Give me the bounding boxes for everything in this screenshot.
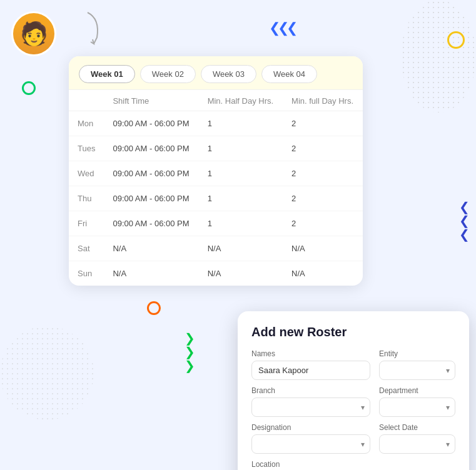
table-row: Sat N/A N/A N/A: [69, 236, 363, 261]
entity-select-wrapper: ▾: [379, 361, 455, 380]
add-roster-modal: Add new Roster Names Entity ▾ Branch: [238, 311, 469, 470]
col-header-shift: Shift Time: [104, 90, 198, 111]
bg-dots-top-right: [401, 0, 476, 112]
shift-cell: 09:00 AM - 06:00 PM: [104, 136, 198, 161]
department-field-group: Department ▾: [379, 386, 455, 417]
halfday-cell: N/A: [199, 261, 283, 286]
names-field-group: Names: [251, 349, 370, 380]
modal-title: Add new Roster: [251, 325, 455, 339]
green-chevrons-down: ❯❯❯: [185, 331, 195, 372]
select-date-wrapper: ▾: [379, 434, 455, 454]
yellow-circle-decoration: [447, 31, 465, 49]
shift-cell: N/A: [104, 261, 198, 286]
sketch-arrow: [50, 6, 106, 50]
shift-cell: 09:00 AM - 06:00 PM: [104, 111, 198, 136]
designation-select[interactable]: [251, 434, 370, 454]
schedule-table: Shift Time Min. Half Day Hrs. Min. full …: [69, 90, 363, 286]
day-cell: Wed: [69, 161, 104, 186]
week-tab-1[interactable]: Week 01: [79, 65, 135, 83]
week-tab-4[interactable]: Week 04: [261, 65, 317, 83]
day-cell: Sat: [69, 236, 104, 261]
fullday-cell: N/A: [283, 236, 363, 261]
day-cell: Tues: [69, 136, 104, 161]
halfday-cell: 1: [199, 136, 283, 161]
department-label: Department: [379, 386, 455, 395]
col-header-halfday: Min. Half Day Hrs.: [199, 90, 283, 111]
department-select[interactable]: [379, 398, 455, 417]
entity-field-group: Entity ▾: [379, 349, 455, 380]
halfday-cell: 1: [199, 211, 283, 236]
week-tabs: Week 01 Week 02 Week 03 Week 04: [69, 56, 363, 90]
names-input[interactable]: [251, 361, 370, 380]
fullday-cell: 2: [283, 136, 363, 161]
fullday-cell: 2: [283, 161, 363, 186]
col-header-day: [69, 90, 104, 111]
shift-cell: N/A: [104, 236, 198, 261]
col-header-fullday: Min. full Day Hrs.: [283, 90, 363, 111]
shift-cell: 09:00 AM - 06:00 PM: [104, 211, 198, 236]
location-field-group: Location ▾: [251, 460, 370, 470]
table-row: Thu 09:00 AM - 06:00 PM 1 2: [69, 186, 363, 211]
names-label: Names: [251, 349, 370, 358]
branch-select-wrapper: ▾: [251, 398, 370, 417]
location-label: Location: [251, 460, 370, 469]
fullday-cell: N/A: [283, 261, 363, 286]
select-date-field-group: Select Date ▾: [379, 423, 455, 454]
green-circle-decoration: [22, 81, 36, 95]
fullday-cell: 2: [283, 111, 363, 136]
designation-field-group: Designation ▾: [251, 423, 370, 454]
blue-left-arrows: ❮❮❮: [269, 20, 295, 36]
day-cell: Fri: [69, 211, 104, 236]
halfday-cell: 1: [199, 111, 283, 136]
week-tab-3[interactable]: Week 03: [201, 65, 256, 83]
halfday-cell: N/A: [199, 236, 283, 261]
shift-cell: 09:00 AM - 06:00 PM: [104, 161, 198, 186]
department-select-wrapper: ▾: [379, 398, 455, 417]
halfday-cell: 1: [199, 161, 283, 186]
day-cell: Mon: [69, 111, 104, 136]
shift-cell: 09:00 AM - 06:00 PM: [104, 186, 198, 211]
designation-label: Designation: [251, 423, 370, 432]
fullday-cell: 2: [283, 186, 363, 211]
entity-select[interactable]: [379, 361, 455, 380]
select-date-label: Select Date: [379, 423, 455, 432]
bg-dots-bottom-left: [0, 326, 94, 420]
entity-label: Entity: [379, 349, 455, 358]
halfday-cell: 1: [199, 186, 283, 211]
day-cell: Sun: [69, 261, 104, 286]
form-grid: Names Entity ▾ Branch ▾ D: [251, 349, 455, 470]
schedule-card: Week 01 Week 02 Week 03 Week 04 Shift Ti…: [69, 56, 363, 286]
table-row: Fri 09:00 AM - 06:00 PM 1 2: [69, 211, 363, 236]
table-row: Tues 09:00 AM - 06:00 PM 1 2: [69, 136, 363, 161]
orange-circle-decoration: [147, 301, 161, 315]
table-row: Sun N/A N/A N/A: [69, 261, 363, 286]
select-date-select[interactable]: [379, 434, 455, 454]
branch-label: Branch: [251, 386, 370, 395]
day-cell: Thu: [69, 186, 104, 211]
designation-select-wrapper: ▾: [251, 434, 370, 454]
fullday-cell: 2: [283, 211, 363, 236]
blue-chevrons-up: ❮❮❮: [459, 200, 470, 241]
table-row: Mon 09:00 AM - 06:00 PM 1 2: [69, 111, 363, 136]
table-row: Wed 09:00 AM - 06:00 PM 1 2: [69, 161, 363, 186]
week-tab-2[interactable]: Week 02: [140, 65, 196, 83]
avatar-face: 🧑: [13, 13, 54, 54]
branch-select[interactable]: [251, 398, 370, 417]
branch-field-group: Branch ▾: [251, 386, 370, 417]
